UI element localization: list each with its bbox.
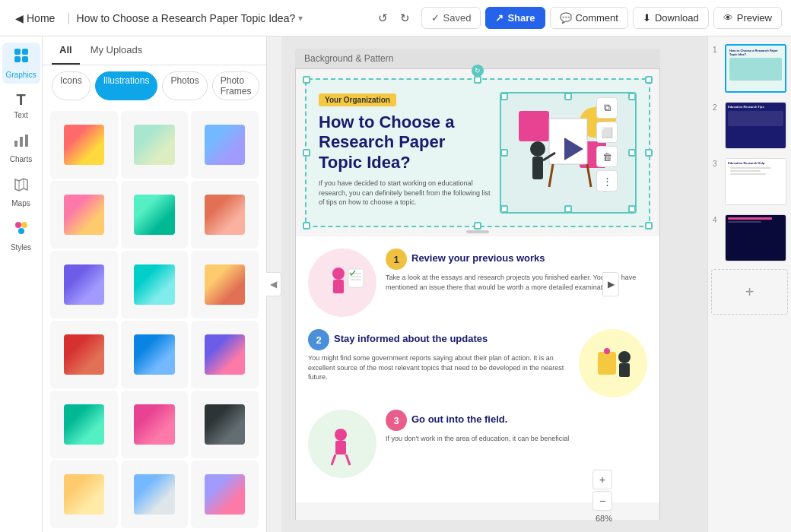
share-button[interactable]: ↗ Share — [485, 7, 545, 29]
selection-handle-lm[interactable] — [500, 149, 508, 157]
outer-sel-tl[interactable] — [303, 76, 310, 84]
zoom-in-button[interactable]: + — [592, 470, 612, 489]
home-button[interactable]: ◀ Home — [9, 9, 61, 27]
share-icon: ↗ — [495, 12, 504, 24]
selection-handle-br[interactable] — [628, 205, 636, 213]
redo-button[interactable]: ↻ — [395, 8, 415, 28]
subtab-icons[interactable]: Icons — [52, 71, 91, 100]
sidebar-item-graphics[interactable]: Graphics — [2, 43, 40, 84]
thumbnail-item-2[interactable]: 2 Education Research Tips — [711, 100, 788, 150]
thumb-canvas-2: Education Research Tips — [726, 103, 786, 148]
illustration-item[interactable] — [50, 321, 118, 388]
thumb-img-4[interactable] — [725, 214, 786, 261]
svg-rect-33 — [335, 441, 346, 454]
illustration-item[interactable] — [121, 321, 189, 388]
title-dropdown-icon[interactable]: ▾ — [298, 13, 303, 24]
subtab-photo-frames[interactable]: Photo Frames — [212, 71, 260, 100]
more-options-button[interactable]: ⋮ — [596, 170, 618, 192]
doc-title[interactable]: How to Choose a Research Paper Topic Ide… — [77, 12, 296, 24]
tip-1-number: 1 — [386, 249, 407, 270]
outer-sel-lm[interactable] — [303, 149, 310, 157]
text-label: Text — [14, 111, 27, 119]
copy-button[interactable]: ⧉ — [596, 97, 618, 119]
thumb-canvas-4 — [726, 215, 786, 261]
charts-label: Charts — [10, 155, 32, 163]
asset-grid — [43, 106, 266, 532]
illustration-item[interactable] — [191, 321, 259, 388]
document-title-area: How to Choose a Research Paper Topic Ide… — [77, 12, 367, 24]
thumb-img-3[interactable]: Education Research Help — [725, 158, 786, 205]
selection-handle-bm[interactable] — [564, 205, 572, 213]
thumb-img-2[interactable]: Education Research Tips — [725, 102, 786, 149]
charts-icon — [13, 131, 30, 153]
illustration-item[interactable] — [191, 181, 259, 249]
illustration-item[interactable] — [50, 111, 118, 179]
svg-point-9 — [18, 228, 24, 234]
sidebar-icons: Graphics T Text Charts Maps — [0, 36, 43, 532]
download-label: Download — [655, 12, 699, 24]
tip-item-2: 2 Stay informed about the updates You mi… — [308, 329, 647, 397]
outer-sel-tr[interactable] — [645, 76, 653, 84]
sidebar-item-text[interactable]: T Text — [2, 87, 40, 124]
illustration-item[interactable] — [121, 181, 189, 249]
tab-my-uploads[interactable]: My Uploads — [83, 36, 151, 65]
svg-point-20 — [332, 268, 345, 280]
saved-button[interactable]: ✓ Saved — [421, 7, 481, 29]
delete-button[interactable]: 🗑 — [596, 146, 618, 167]
selection-handle-bl[interactable] — [500, 205, 508, 213]
illustration-item[interactable] — [50, 391, 118, 458]
selection-handle-tm[interactable] — [564, 93, 572, 100]
comment-button[interactable]: 💬 Comment — [550, 7, 628, 29]
illustration-item[interactable] — [121, 251, 189, 318]
illustration-item[interactable] — [50, 251, 118, 318]
subtab-illustrations[interactable]: Illustrations — [95, 71, 158, 100]
tip-3-number: 3 — [386, 410, 407, 431]
illustration-item[interactable] — [191, 391, 259, 458]
rotate-handle[interactable]: ↻ — [472, 65, 484, 77]
eye-icon: 👁 — [723, 12, 733, 24]
collapse-panel-button[interactable]: ◀ — [266, 272, 281, 296]
illustration-item[interactable] — [50, 181, 118, 249]
svg-point-27 — [618, 351, 631, 363]
asset-subtabs: Icons Illustrations Photos Photo Frames — [43, 65, 266, 106]
outer-sel-rm[interactable] — [645, 149, 653, 157]
svg-point-14 — [530, 141, 545, 157]
undo-button[interactable]: ↺ — [373, 8, 393, 28]
illustration-item[interactable] — [121, 391, 189, 458]
sidebar-item-charts[interactable]: Charts — [2, 127, 40, 168]
illustration-item[interactable] — [191, 251, 259, 318]
selection-handle-tl[interactable] — [500, 93, 508, 100]
next-page-arrow[interactable]: ▶ — [602, 272, 619, 296]
sidebar-item-maps[interactable]: Maps — [2, 171, 40, 212]
thumbnail-item-3[interactable]: 3 Education Research Help — [711, 157, 788, 207]
svg-point-30 — [604, 348, 610, 354]
download-button[interactable]: ⬇ Download — [633, 7, 709, 29]
illustration-item[interactable] — [191, 111, 259, 179]
tab-all[interactable]: All — [52, 36, 80, 65]
outer-sel-br[interactable] — [645, 222, 653, 230]
outer-sel-tm[interactable] — [474, 76, 481, 84]
topbar-actions: ✓ Saved ↗ Share 💬 Comment ⬇ Download 👁 P… — [421, 7, 782, 29]
illustration-item[interactable] — [50, 461, 118, 528]
zoom-level: 68% — [596, 514, 612, 523]
illustration-item[interactable] — [121, 461, 189, 528]
thumb-img-1[interactable]: How to Choose a Research Paper Topic Ide… — [725, 44, 786, 93]
sidebar-item-styles[interactable]: Styles — [2, 215, 40, 256]
subtab-photos[interactable]: Photos — [162, 71, 207, 100]
duplicate-button[interactable]: ⬜ — [596, 122, 618, 143]
illustration-item[interactable] — [121, 111, 189, 179]
svg-rect-2 — [14, 56, 21, 62]
svg-point-7 — [15, 222, 21, 228]
slide-main-title[interactable]: How to Choose a Research Paper Topic Ide… — [319, 112, 491, 173]
selection-handle-tr[interactable] — [628, 93, 636, 100]
zoom-out-button[interactable]: − — [592, 491, 612, 511]
tip-2-svg — [583, 333, 643, 394]
preview-button[interactable]: 👁 Preview — [713, 7, 782, 29]
outer-sel-bm[interactable] — [474, 222, 481, 230]
selection-handle-rm[interactable] — [628, 149, 636, 157]
illustration-item[interactable] — [191, 461, 259, 528]
add-slide-button[interactable]: + — [711, 269, 788, 315]
thumbnail-item-1[interactable]: 1 How to Choose a Research Paper Topic I… — [711, 43, 788, 94]
outer-sel-bl[interactable] — [303, 222, 310, 230]
thumbnail-item-4[interactable]: 4 — [711, 213, 788, 263]
